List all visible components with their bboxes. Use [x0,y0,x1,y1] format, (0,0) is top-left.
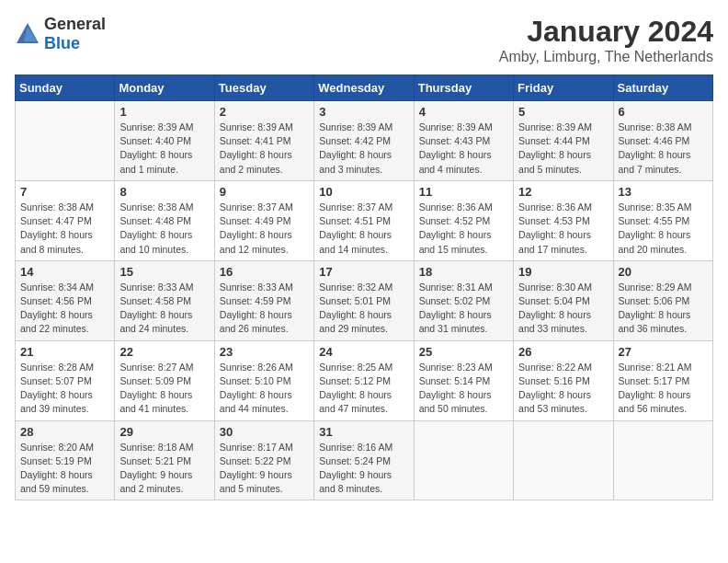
day-detail: Sunrise: 8:30 AM Sunset: 5:04 PM Dayligh… [518,281,608,337]
calendar-cell: 31Sunrise: 8:16 AM Sunset: 5:24 PM Dayli… [314,420,414,500]
day-detail: Sunrise: 8:32 AM Sunset: 5:01 PM Dayligh… [319,281,408,337]
calendar-cell: 1Sunrise: 8:39 AM Sunset: 4:40 PM Daylig… [115,101,214,181]
logo-icon [15,21,40,47]
day-detail: Sunrise: 8:38 AM Sunset: 4:47 PM Dayligh… [20,201,109,257]
logo-blue: Blue [44,34,80,52]
weekday-header-tuesday: Tuesday [214,75,313,101]
day-number: 30 [220,425,309,439]
day-number: 8 [119,185,209,199]
calendar-cell: 22Sunrise: 8:27 AM Sunset: 5:09 PM Dayli… [115,340,214,420]
calendar-cell: 14Sunrise: 8:34 AM Sunset: 4:56 PM Dayli… [16,260,115,340]
day-detail: Sunrise: 8:17 AM Sunset: 5:22 PM Dayligh… [220,441,309,497]
day-number: 13 [619,185,708,199]
day-detail: Sunrise: 8:33 AM Sunset: 4:59 PM Dayligh… [220,281,309,337]
day-number: 18 [419,265,508,279]
calendar-cell [414,420,513,500]
day-detail: Sunrise: 8:36 AM Sunset: 4:53 PM Dayligh… [518,201,608,257]
calendar-table: SundayMondayTuesdayWednesdayThursdayFrid… [15,75,713,500]
calendar-cell: 29Sunrise: 8:18 AM Sunset: 5:21 PM Dayli… [115,420,214,500]
day-number: 5 [518,105,608,119]
day-detail: Sunrise: 8:25 AM Sunset: 5:12 PM Dayligh… [319,361,408,417]
title-area: January 2024 Amby, Limburg, The Netherla… [499,15,713,65]
logo-text: General Blue [44,15,106,53]
day-detail: Sunrise: 8:38 AM Sunset: 4:48 PM Dayligh… [119,201,209,257]
day-detail: Sunrise: 8:31 AM Sunset: 5:02 PM Dayligh… [419,281,508,337]
day-detail: Sunrise: 8:29 AM Sunset: 5:06 PM Dayligh… [619,281,708,337]
day-number: 26 [518,345,608,359]
calendar-week-row: 1Sunrise: 8:39 AM Sunset: 4:40 PM Daylig… [16,101,713,181]
calendar-cell: 6Sunrise: 8:38 AM Sunset: 4:46 PM Daylig… [613,101,712,181]
day-detail: Sunrise: 8:37 AM Sunset: 4:51 PM Dayligh… [319,201,408,257]
day-detail: Sunrise: 8:20 AM Sunset: 5:19 PM Dayligh… [20,441,109,497]
day-number: 15 [119,265,209,279]
calendar-cell: 2Sunrise: 8:39 AM Sunset: 4:41 PM Daylig… [214,101,313,181]
calendar-cell: 12Sunrise: 8:36 AM Sunset: 4:53 PM Dayli… [514,180,613,260]
calendar-cell: 27Sunrise: 8:21 AM Sunset: 5:17 PM Dayli… [613,340,712,420]
month-title: January 2024 [499,15,713,49]
calendar-cell: 17Sunrise: 8:32 AM Sunset: 5:01 PM Dayli… [314,260,414,340]
calendar-cell: 11Sunrise: 8:36 AM Sunset: 4:52 PM Dayli… [414,180,513,260]
day-number: 22 [119,345,209,359]
day-number: 2 [220,105,309,119]
calendar-cell: 28Sunrise: 8:20 AM Sunset: 5:19 PM Dayli… [16,420,115,500]
calendar-cell: 5Sunrise: 8:39 AM Sunset: 4:44 PM Daylig… [514,101,613,181]
day-detail: Sunrise: 8:39 AM Sunset: 4:44 PM Dayligh… [518,121,608,177]
day-detail: Sunrise: 8:16 AM Sunset: 5:24 PM Dayligh… [319,441,408,497]
day-detail: Sunrise: 8:39 AM Sunset: 4:42 PM Dayligh… [319,121,408,177]
calendar-cell [514,420,613,500]
calendar-week-row: 28Sunrise: 8:20 AM Sunset: 5:19 PM Dayli… [16,420,713,500]
day-number: 10 [319,185,408,199]
day-detail: Sunrise: 8:23 AM Sunset: 5:14 PM Dayligh… [419,361,508,417]
day-number: 14 [20,265,109,279]
calendar-cell [613,420,712,500]
calendar-week-row: 14Sunrise: 8:34 AM Sunset: 4:56 PM Dayli… [16,260,713,340]
calendar-cell: 16Sunrise: 8:33 AM Sunset: 4:59 PM Dayli… [214,260,313,340]
day-number: 31 [319,425,408,439]
day-number: 21 [20,345,109,359]
calendar-cell: 18Sunrise: 8:31 AM Sunset: 5:02 PM Dayli… [414,260,513,340]
day-number: 6 [619,105,708,119]
day-number: 11 [419,185,508,199]
day-number: 20 [619,265,708,279]
day-detail: Sunrise: 8:22 AM Sunset: 5:16 PM Dayligh… [518,361,608,417]
day-detail: Sunrise: 8:39 AM Sunset: 4:41 PM Dayligh… [220,121,309,177]
day-number: 12 [518,185,608,199]
day-detail: Sunrise: 8:21 AM Sunset: 5:17 PM Dayligh… [619,361,708,417]
day-number: 16 [220,265,309,279]
calendar-cell: 25Sunrise: 8:23 AM Sunset: 5:14 PM Dayli… [414,340,513,420]
calendar-header-row: SundayMondayTuesdayWednesdayThursdayFrid… [16,75,713,101]
day-detail: Sunrise: 8:38 AM Sunset: 4:46 PM Dayligh… [619,121,708,177]
day-number: 23 [220,345,309,359]
day-detail: Sunrise: 8:34 AM Sunset: 4:56 PM Dayligh… [20,281,109,337]
day-number: 9 [220,185,309,199]
calendar-cell: 10Sunrise: 8:37 AM Sunset: 4:51 PM Dayli… [314,180,414,260]
calendar-cell: 23Sunrise: 8:26 AM Sunset: 5:10 PM Dayli… [214,340,313,420]
day-detail: Sunrise: 8:39 AM Sunset: 4:43 PM Dayligh… [419,121,508,177]
location-title: Amby, Limburg, The Netherlands [499,49,713,65]
weekday-header-sunday: Sunday [16,75,115,101]
day-number: 29 [119,425,209,439]
weekday-header-monday: Monday [115,75,214,101]
day-number: 1 [119,105,209,119]
weekday-header-friday: Friday [514,75,613,101]
weekday-header-wednesday: Wednesday [314,75,414,101]
day-detail: Sunrise: 8:26 AM Sunset: 5:10 PM Dayligh… [220,361,309,417]
calendar-cell: 13Sunrise: 8:35 AM Sunset: 4:55 PM Dayli… [613,180,712,260]
day-detail: Sunrise: 8:18 AM Sunset: 5:21 PM Dayligh… [119,441,209,497]
calendar-cell: 21Sunrise: 8:28 AM Sunset: 5:07 PM Dayli… [16,340,115,420]
day-number: 3 [319,105,408,119]
calendar-cell: 26Sunrise: 8:22 AM Sunset: 5:16 PM Dayli… [514,340,613,420]
calendar-cell: 9Sunrise: 8:37 AM Sunset: 4:49 PM Daylig… [214,180,313,260]
day-number: 4 [419,105,508,119]
day-detail: Sunrise: 8:36 AM Sunset: 4:52 PM Dayligh… [419,201,508,257]
weekday-header-saturday: Saturday [613,75,712,101]
calendar-cell: 4Sunrise: 8:39 AM Sunset: 4:43 PM Daylig… [414,101,513,181]
calendar-cell: 19Sunrise: 8:30 AM Sunset: 5:04 PM Dayli… [514,260,613,340]
logo: General Blue [15,15,106,53]
day-number: 19 [518,265,608,279]
calendar-cell: 30Sunrise: 8:17 AM Sunset: 5:22 PM Dayli… [214,420,313,500]
calendar-cell: 15Sunrise: 8:33 AM Sunset: 4:58 PM Dayli… [115,260,214,340]
calendar-cell: 8Sunrise: 8:38 AM Sunset: 4:48 PM Daylig… [115,180,214,260]
calendar-cell: 24Sunrise: 8:25 AM Sunset: 5:12 PM Dayli… [314,340,414,420]
logo-general: General [44,15,106,33]
